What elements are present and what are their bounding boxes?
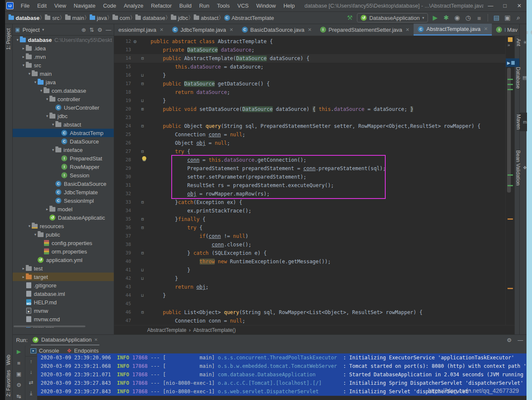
breadcrumb-item-main[interactable]: main bbox=[65, 15, 84, 21]
build-wrench-icon[interactable]: ⚒ bbox=[345, 13, 354, 22]
tree-item-mvnw[interactable]: ▸mvnw bbox=[13, 306, 114, 315]
fold-marker-icon[interactable]: ⊔ bbox=[141, 72, 144, 79]
breadcrumb-item-jdbc[interactable]: jdbc bbox=[171, 15, 188, 21]
tool-button-bean-validation[interactable]: ❖Bean Validation bbox=[520, 149, 527, 187]
tool-button-web[interactable]: Web bbox=[5, 352, 12, 367]
maven-selected-item[interactable]: ▶ bbox=[506, 58, 519, 67]
code-editor[interactable]: 12◎public abstract class AbstractTemplat… bbox=[114, 36, 505, 325]
tool-button-ant[interactable]: ✳Ant bbox=[520, 37, 527, 48]
tree-item-basicdatasource[interactable]: CBasicDataSource bbox=[13, 179, 114, 188]
tree-item--idea[interactable]: ▸.idea bbox=[13, 44, 114, 52]
tree-item-database-iml[interactable]: database.iml bbox=[13, 290, 114, 298]
tree-item-usercontroller[interactable]: CUserController bbox=[13, 103, 114, 112]
tree-item-preparedstat[interactable]: IPreparedStat bbox=[13, 154, 114, 163]
tree-arrow-icon[interactable]: ▸ bbox=[21, 46, 26, 50]
stripe-mark[interactable] bbox=[507, 89, 513, 90]
intention-bulb-icon[interactable] bbox=[142, 156, 146, 160]
tree-arrow-icon[interactable]: ▾ bbox=[27, 224, 32, 228]
close-button[interactable]: ✕ bbox=[512, 0, 527, 12]
tab-preparedstatementsetter-java[interactable]: IPreparedStatementSetter.java✕ bbox=[316, 24, 414, 36]
tree-item-orm-properties[interactable]: orm.properties bbox=[13, 247, 114, 256]
tool-windows-icon[interactable]: ▤ bbox=[492, 13, 501, 22]
tab-abstracttemplate-java[interactable]: CAbstractTemplate.java✕ bbox=[414, 24, 492, 36]
tree-item--gitignore[interactable]: .gitignore bbox=[13, 281, 114, 290]
menu-tools[interactable]: Tools bbox=[213, 0, 233, 12]
menu-refactor[interactable]: Refactor bbox=[147, 0, 176, 12]
run-tab[interactable]: ↺ DatabaseApplication ✕ bbox=[31, 335, 99, 345]
breadcrumb-item-database[interactable]: database bbox=[8, 15, 39, 21]
tool-button-maven[interactable]: mMaven bbox=[520, 113, 527, 131]
menu-run[interactable]: Run bbox=[195, 0, 213, 12]
tree-item-abstracttemp[interactable]: CAbstractTemp bbox=[13, 129, 114, 137]
tree-item-public[interactable]: ▾public bbox=[13, 230, 114, 239]
tree-arrow-icon[interactable]: ▸ bbox=[21, 266, 26, 270]
editor-breadcrumb-item[interactable]: AbstractTemplate bbox=[147, 327, 186, 333]
tool-button-database[interactable]: ▤Database bbox=[520, 65, 527, 90]
stripe-mark[interactable] bbox=[508, 37, 513, 42]
tab-close-icon[interactable]: ✕ bbox=[308, 27, 312, 33]
override-marker-icon[interactable]: ◎ bbox=[134, 38, 137, 45]
tree-item--mvn[interactable]: ▸.mvn bbox=[13, 52, 114, 61]
fold-marker-icon[interactable]: ⊟ bbox=[141, 250, 144, 257]
tree-item-controller[interactable]: ▾controller bbox=[13, 95, 114, 103]
tree-item-config-properties[interactable]: config.properties bbox=[13, 239, 114, 247]
run-icon[interactable]: ▶ bbox=[431, 13, 440, 22]
stripe-mark[interactable] bbox=[507, 79, 513, 80]
tab-jdbctemplate-java[interactable]: CJdbcTemplate.java✕ bbox=[168, 24, 238, 36]
tree-arrow-icon[interactable]: ▾ bbox=[51, 122, 55, 127]
breadcrumb-item-AbstractTemplate[interactable]: CAbstractTemplate bbox=[224, 15, 274, 21]
tree-arrow-icon[interactable]: ▾ bbox=[39, 88, 44, 93]
tree-item-mvnw-cmd[interactable]: mvnw.cmd bbox=[13, 315, 114, 323]
fold-marker-icon[interactable]: ⊟ bbox=[141, 148, 144, 155]
tree-arrow-icon[interactable]: ▸ bbox=[45, 207, 49, 211]
stop-icon[interactable]: ■ bbox=[474, 13, 484, 22]
tree-item-model[interactable]: ▸model bbox=[13, 205, 114, 213]
fold-marker-icon[interactable]: ⊔ bbox=[141, 275, 144, 282]
fold-marker-icon[interactable]: ⊟ bbox=[141, 199, 144, 206]
fold-marker-icon[interactable]: ⊟ bbox=[141, 123, 144, 130]
tree-arrow-icon[interactable]: ▾ bbox=[15, 38, 20, 42]
exit-icon[interactable]: ↹ bbox=[15, 393, 23, 400]
breadcrumb-item-java[interactable]: java bbox=[90, 15, 107, 21]
breadcrumb-item-src[interactable]: src bbox=[45, 15, 59, 21]
tree-arrow-icon[interactable]: ▾ bbox=[27, 72, 32, 76]
console-tab-endpoints[interactable]: ❖Endpoints bbox=[67, 348, 99, 354]
minimize-button[interactable]: — bbox=[483, 0, 498, 12]
console-tab-console[interactable]: ▸Console bbox=[30, 348, 59, 354]
fold-marker-icon[interactable]: ⊔ bbox=[141, 267, 144, 273]
fold-marker-icon[interactable]: ⊟ bbox=[141, 216, 144, 223]
tree-item-src[interactable]: ▾src bbox=[13, 61, 114, 69]
tree-arrow-icon[interactable]: ▾ bbox=[45, 97, 49, 101]
search-icon[interactable]: ⌕ bbox=[514, 13, 523, 22]
maximize-button[interactable]: □ bbox=[498, 0, 512, 12]
tree-arrow-icon[interactable]: ▸ bbox=[21, 275, 26, 279]
hide-icon[interactable]: — bbox=[106, 27, 111, 33]
terminal-icon[interactable]: ▣ bbox=[503, 13, 512, 22]
menu-build[interactable]: Build bbox=[176, 0, 195, 12]
tree-item-jdbctemplate[interactable]: CJdbcTemplate bbox=[13, 188, 114, 196]
stripe-mark[interactable] bbox=[507, 84, 513, 85]
dump-threads-icon[interactable]: ▣ bbox=[15, 370, 23, 378]
stop-icon[interactable]: ■ bbox=[15, 359, 23, 366]
stripe-mark[interactable] bbox=[507, 174, 513, 176]
locate-icon[interactable]: ⊕ bbox=[82, 27, 86, 33]
up-stack-icon[interactable]: ↑ bbox=[30, 358, 33, 364]
tab-close-icon[interactable]: ✕ bbox=[484, 26, 488, 32]
menu-edit[interactable]: Edit bbox=[33, 0, 50, 12]
tree-arrow-icon[interactable]: ▾ bbox=[21, 63, 26, 67]
maven-expand-icon[interactable]: » bbox=[507, 42, 510, 47]
tab-basicdatasource-java[interactable]: CBasicDataSource.java✕ bbox=[238, 24, 316, 36]
tree-item-com-database[interactable]: ▾com.database bbox=[13, 86, 114, 95]
tree-arrow-icon[interactable]: ▾ bbox=[45, 114, 49, 118]
stripe-mark[interactable] bbox=[507, 288, 513, 289]
tree-item-test[interactable]: ▸test bbox=[13, 264, 114, 273]
tree-item-databaseapplicatic[interactable]: ↺DatabaseApplicatic bbox=[13, 213, 114, 222]
tree-arrow-icon[interactable]: ▾ bbox=[33, 232, 38, 237]
tree-item-resources[interactable]: ▾resources bbox=[13, 222, 114, 230]
down-stack-icon[interactable]: ↓ bbox=[30, 369, 33, 375]
tree-arrow-icon[interactable]: ▾ bbox=[33, 80, 38, 84]
menu-navigate[interactable]: Navigate bbox=[70, 0, 99, 12]
tab-close-icon[interactable]: ✕ bbox=[160, 27, 164, 33]
editor-breadcrumb-item[interactable]: AbstractTemplate() bbox=[193, 327, 236, 333]
menu-view[interactable]: View bbox=[50, 0, 70, 12]
